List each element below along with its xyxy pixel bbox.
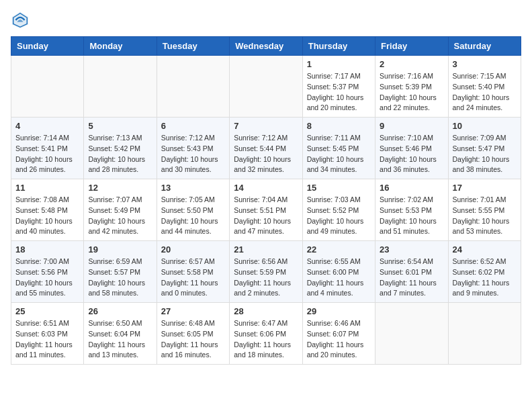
- day-number: 12: [88, 183, 152, 193]
- day-info: Sunrise: 7:08 AMSunset: 5:48 PMDaylight:…: [15, 195, 79, 237]
- day-info: Sunrise: 7:03 AMSunset: 5:52 PMDaylight:…: [307, 195, 371, 237]
- calendar-cell: 3Sunrise: 7:15 AMSunset: 5:40 PMDaylight…: [448, 56, 521, 118]
- day-number: 5: [88, 121, 152, 131]
- day-info: Sunrise: 6:55 AMSunset: 6:00 PMDaylight:…: [307, 257, 371, 299]
- day-number: 28: [234, 306, 298, 316]
- page-header: [11, 11, 521, 30]
- day-info: Sunrise: 6:50 AMSunset: 6:04 PMDaylight:…: [88, 318, 152, 361]
- calendar-week-3: 11Sunrise: 7:08 AMSunset: 5:48 PMDayligh…: [11, 179, 521, 241]
- calendar-cell: 18Sunrise: 7:00 AMSunset: 5:56 PMDayligh…: [11, 241, 84, 303]
- calendar-cell: 5Sunrise: 7:13 AMSunset: 5:42 PMDaylight…: [84, 118, 157, 179]
- day-info: Sunrise: 7:15 AMSunset: 5:40 PMDaylight:…: [453, 71, 517, 113]
- logo: [11, 11, 31, 30]
- day-number: 6: [161, 121, 225, 131]
- day-info: Sunrise: 6:59 AMSunset: 5:57 PMDaylight:…: [88, 257, 152, 299]
- day-info: Sunrise: 6:54 AMSunset: 6:01 PMDaylight:…: [380, 257, 443, 299]
- day-number: 13: [161, 183, 225, 193]
- calendar-week-4: 18Sunrise: 7:00 AMSunset: 5:56 PMDayligh…: [11, 241, 521, 303]
- calendar-cell: 17Sunrise: 7:01 AMSunset: 5:55 PMDayligh…: [448, 179, 521, 241]
- day-number: 24: [453, 244, 517, 255]
- calendar-cell: 16Sunrise: 7:02 AMSunset: 5:53 PMDayligh…: [375, 179, 448, 241]
- day-number: 9: [380, 121, 443, 131]
- calendar-week-1: 1Sunrise: 7:17 AMSunset: 5:37 PMDaylight…: [11, 56, 521, 118]
- day-info: Sunrise: 7:16 AMSunset: 5:39 PMDaylight:…: [380, 71, 443, 113]
- day-number: 2: [380, 59, 443, 69]
- day-info: Sunrise: 6:52 AMSunset: 6:02 PMDaylight:…: [453, 257, 517, 299]
- day-info: Sunrise: 7:05 AMSunset: 5:50 PMDaylight:…: [161, 195, 225, 237]
- day-number: 25: [15, 306, 79, 316]
- calendar-cell: 8Sunrise: 7:11 AMSunset: 5:45 PMDaylight…: [302, 118, 375, 179]
- day-number: 27: [161, 306, 225, 316]
- day-number: 22: [307, 244, 371, 255]
- day-info: Sunrise: 7:13 AMSunset: 5:42 PMDaylight:…: [88, 133, 152, 175]
- calendar-cell: [375, 303, 448, 365]
- day-info: Sunrise: 7:04 AMSunset: 5:51 PMDaylight:…: [234, 195, 298, 237]
- day-info: Sunrise: 7:17 AMSunset: 5:37 PMDaylight:…: [307, 71, 371, 113]
- day-number: 11: [15, 183, 79, 193]
- day-number: 19: [88, 244, 152, 255]
- day-info: Sunrise: 6:48 AMSunset: 6:05 PMDaylight:…: [161, 318, 225, 361]
- calendar-cell: [157, 56, 229, 118]
- weekday-header-friday: Friday: [375, 37, 448, 56]
- calendar-cell: 11Sunrise: 7:08 AMSunset: 5:48 PMDayligh…: [11, 179, 84, 241]
- day-info: Sunrise: 7:10 AMSunset: 5:46 PMDaylight:…: [380, 133, 443, 175]
- weekday-header-thursday: Thursday: [302, 37, 375, 56]
- calendar-week-5: 25Sunrise: 6:51 AMSunset: 6:03 PMDayligh…: [11, 303, 521, 365]
- weekday-header-row: SundayMondayTuesdayWednesdayThursdayFrid…: [11, 37, 521, 56]
- calendar-cell: 26Sunrise: 6:50 AMSunset: 6:04 PMDayligh…: [84, 303, 157, 365]
- day-number: 21: [234, 244, 298, 255]
- calendar-cell: 25Sunrise: 6:51 AMSunset: 6:03 PMDayligh…: [11, 303, 84, 365]
- calendar-cell: 14Sunrise: 7:04 AMSunset: 5:51 PMDayligh…: [230, 179, 302, 241]
- day-number: 29: [307, 306, 371, 316]
- day-number: 18: [15, 244, 79, 255]
- calendar-cell: 13Sunrise: 7:05 AMSunset: 5:50 PMDayligh…: [157, 179, 229, 241]
- day-number: 17: [453, 183, 517, 193]
- day-info: Sunrise: 6:47 AMSunset: 6:06 PMDaylight:…: [234, 318, 298, 361]
- calendar-cell: 19Sunrise: 6:59 AMSunset: 5:57 PMDayligh…: [84, 241, 157, 303]
- day-number: 3: [453, 59, 517, 69]
- calendar-cell: 21Sunrise: 6:56 AMSunset: 5:59 PMDayligh…: [230, 241, 302, 303]
- day-info: Sunrise: 7:11 AMSunset: 5:45 PMDaylight:…: [307, 133, 371, 175]
- weekday-header-monday: Monday: [84, 37, 157, 56]
- calendar-cell: 2Sunrise: 7:16 AMSunset: 5:39 PMDaylight…: [375, 56, 448, 118]
- weekday-header-sunday: Sunday: [11, 37, 84, 56]
- day-number: 4: [15, 121, 79, 131]
- day-number: 14: [234, 183, 298, 193]
- calendar-cell: 6Sunrise: 7:12 AMSunset: 5:43 PMDaylight…: [157, 118, 229, 179]
- day-number: 8: [307, 121, 371, 131]
- calendar-cell: [11, 56, 84, 118]
- calendar-cell: 28Sunrise: 6:47 AMSunset: 6:06 PMDayligh…: [230, 303, 302, 365]
- calendar-cell: 7Sunrise: 7:12 AMSunset: 5:44 PMDaylight…: [230, 118, 302, 179]
- day-number: 7: [234, 121, 298, 131]
- day-info: Sunrise: 6:46 AMSunset: 6:07 PMDaylight:…: [307, 318, 371, 361]
- day-number: 26: [88, 306, 152, 316]
- calendar-cell: 10Sunrise: 7:09 AMSunset: 5:47 PMDayligh…: [448, 118, 521, 179]
- logo-icon: [11, 11, 30, 30]
- calendar-cell: 24Sunrise: 6:52 AMSunset: 6:02 PMDayligh…: [448, 241, 521, 303]
- day-info: Sunrise: 7:12 AMSunset: 5:44 PMDaylight:…: [234, 133, 298, 175]
- day-info: Sunrise: 7:14 AMSunset: 5:41 PMDaylight:…: [15, 133, 79, 175]
- day-number: 1: [307, 59, 371, 69]
- day-number: 16: [380, 183, 443, 193]
- calendar-cell: 29Sunrise: 6:46 AMSunset: 6:07 PMDayligh…: [302, 303, 375, 365]
- calendar-week-2: 4Sunrise: 7:14 AMSunset: 5:41 PMDaylight…: [11, 118, 521, 179]
- day-info: Sunrise: 7:12 AMSunset: 5:43 PMDaylight:…: [161, 133, 225, 175]
- calendar-cell: 23Sunrise: 6:54 AMSunset: 6:01 PMDayligh…: [375, 241, 448, 303]
- day-info: Sunrise: 7:02 AMSunset: 5:53 PMDaylight:…: [380, 195, 443, 237]
- day-number: 20: [161, 244, 225, 255]
- calendar-table: SundayMondayTuesdayWednesdayThursdayFrid…: [11, 36, 521, 365]
- calendar-cell: 20Sunrise: 6:57 AMSunset: 5:58 PMDayligh…: [157, 241, 229, 303]
- calendar-cell: 27Sunrise: 6:48 AMSunset: 6:05 PMDayligh…: [157, 303, 229, 365]
- weekday-header-wednesday: Wednesday: [230, 37, 302, 56]
- calendar-cell: 4Sunrise: 7:14 AMSunset: 5:41 PMDaylight…: [11, 118, 84, 179]
- day-number: 15: [307, 183, 371, 193]
- day-number: 23: [380, 244, 443, 255]
- calendar-cell: 9Sunrise: 7:10 AMSunset: 5:46 PMDaylight…: [375, 118, 448, 179]
- weekday-header-tuesday: Tuesday: [157, 37, 229, 56]
- calendar-cell: 12Sunrise: 7:07 AMSunset: 5:49 PMDayligh…: [84, 179, 157, 241]
- calendar-cell: [84, 56, 157, 118]
- day-info: Sunrise: 7:07 AMSunset: 5:49 PMDaylight:…: [88, 195, 152, 237]
- day-info: Sunrise: 7:00 AMSunset: 5:56 PMDaylight:…: [15, 257, 79, 299]
- day-info: Sunrise: 6:57 AMSunset: 5:58 PMDaylight:…: [161, 257, 225, 299]
- calendar-cell: 15Sunrise: 7:03 AMSunset: 5:52 PMDayligh…: [302, 179, 375, 241]
